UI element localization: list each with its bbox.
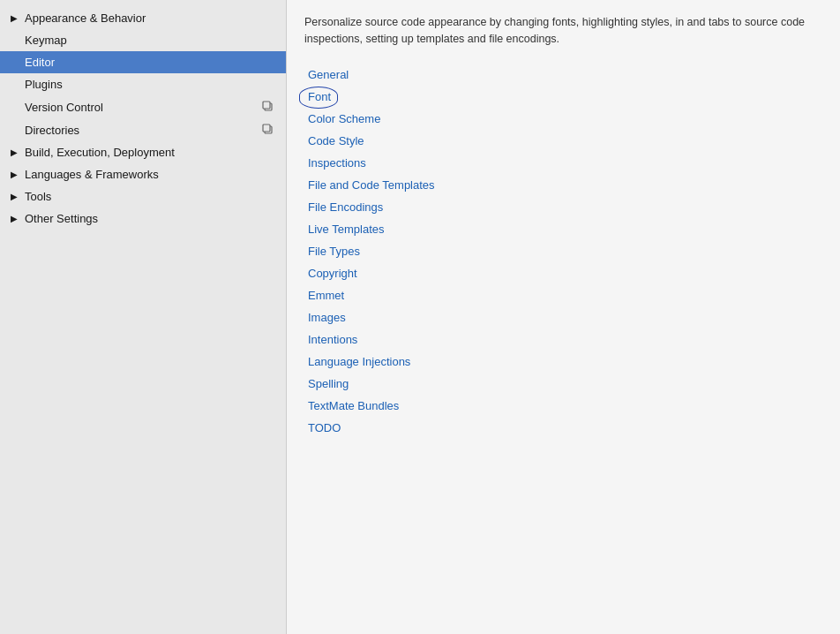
content-link-file-and-code-templates[interactable]: File and Code Templates [304, 174, 435, 196]
main-content: Personalize source code appearance by ch… [287, 0, 840, 634]
content-link-textmate-bundles[interactable]: TextMate Bundles [304, 395, 399, 417]
content-link-list: GeneralFontColor SchemeCode StyleInspect… [304, 64, 822, 439]
sidebar-item-directories[interactable]: Directories [0, 118, 286, 141]
content-link-inspections[interactable]: Inspections [304, 152, 366, 174]
sidebar-item-version-control[interactable]: Version Control [0, 95, 286, 118]
chevron-icon [9, 102, 19, 112]
chevron-icon: ▶ [9, 170, 19, 180]
sidebar-item-label: Editor [25, 56, 275, 69]
chevron-icon [9, 125, 19, 135]
sidebar-item-label: Languages & Frameworks [25, 168, 275, 181]
content-link-live-templates[interactable]: Live Templates [304, 218, 384, 240]
sidebar-item-label: Other Settings [25, 212, 275, 225]
content-link-images[interactable]: Images [304, 306, 346, 328]
chevron-icon [9, 57, 19, 68]
sidebar-item-tools[interactable]: ▶Tools [0, 185, 286, 208]
content-link-color-scheme[interactable]: Color Scheme [304, 108, 380, 130]
copy-icon [261, 123, 275, 137]
content-link-copyright[interactable]: Copyright [304, 262, 357, 284]
content-link-todo[interactable]: TODO [304, 417, 341, 439]
content-link-file-encodings[interactable]: File Encodings [304, 196, 383, 218]
sidebar-item-label: Appearance & Behavior [25, 11, 275, 25]
svg-rect-1 [263, 102, 270, 109]
svg-rect-3 [263, 125, 270, 132]
description-text: Personalize source code appearance by ch… [304, 14, 822, 48]
content-link-general[interactable]: General [304, 64, 349, 86]
sidebar: ▶Appearance & BehaviorKeymapEditorPlugin… [0, 0, 287, 634]
content-link-code-style[interactable]: Code Style [304, 130, 364, 152]
sidebar-item-build[interactable]: ▶Build, Execution, Deployment [0, 141, 286, 163]
chevron-icon: ▶ [9, 147, 19, 158]
content-link-intentions[interactable]: Intentions [304, 328, 357, 351]
chevron-icon: ▶ [9, 192, 19, 202]
chevron-icon: ▶ [9, 214, 19, 224]
sidebar-item-label: Directories [25, 124, 261, 137]
sidebar-item-plugins[interactable]: Plugins [0, 73, 286, 95]
copy-icon [261, 100, 275, 114]
content-link-spelling[interactable]: Spelling [304, 373, 349, 395]
sidebar-item-appearance[interactable]: ▶Appearance & Behavior [0, 7, 286, 29]
chevron-icon: ▶ [9, 13, 19, 24]
sidebar-item-label: Keymap [25, 34, 275, 47]
content-link-file-types[interactable]: File Types [304, 240, 360, 262]
sidebar-item-languages[interactable]: ▶Languages & Frameworks [0, 163, 286, 185]
sidebar-item-label: Tools [25, 190, 275, 203]
content-link-emmet[interactable]: Emmet [304, 284, 344, 306]
sidebar-item-other[interactable]: ▶Other Settings [0, 208, 286, 230]
chevron-icon [9, 35, 19, 46]
sidebar-item-editor[interactable]: Editor [0, 51, 286, 73]
sidebar-item-keymap[interactable]: Keymap [0, 29, 286, 51]
content-link-font[interactable]: Font [304, 86, 331, 108]
content-link-language-injections[interactable]: Language Injections [304, 351, 410, 373]
sidebar-item-label: Plugins [25, 78, 275, 91]
chevron-icon [9, 79, 19, 90]
sidebar-item-label: Version Control [25, 101, 261, 114]
sidebar-item-label: Build, Execution, Deployment [25, 146, 275, 159]
